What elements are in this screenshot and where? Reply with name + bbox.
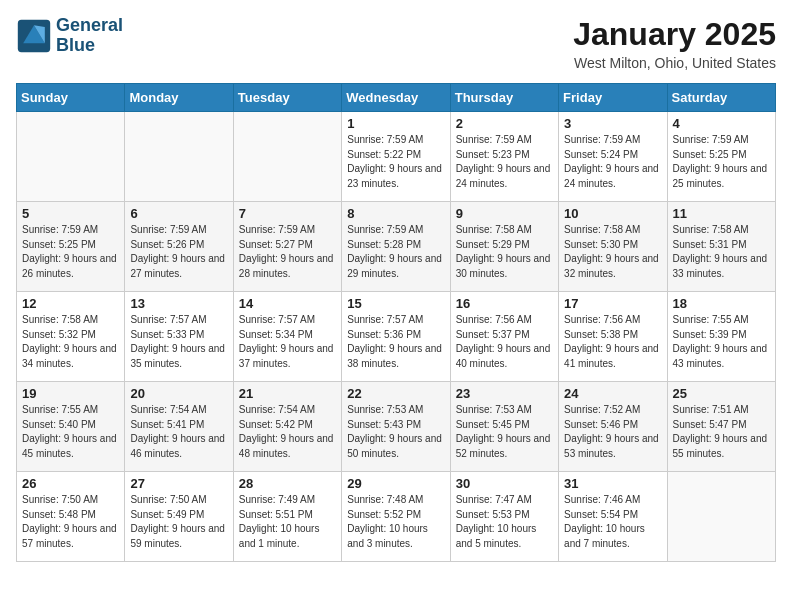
weekday-header-row: SundayMondayTuesdayWednesdayThursdayFrid… bbox=[17, 84, 776, 112]
day-number: 18 bbox=[673, 296, 770, 311]
day-number: 22 bbox=[347, 386, 444, 401]
empty-cell bbox=[667, 472, 775, 562]
day-number: 26 bbox=[22, 476, 119, 491]
day-info: Sunrise: 7:57 AMSunset: 5:36 PMDaylight:… bbox=[347, 313, 444, 371]
day-number: 20 bbox=[130, 386, 227, 401]
day-number: 5 bbox=[22, 206, 119, 221]
day-info: Sunrise: 7:56 AMSunset: 5:38 PMDaylight:… bbox=[564, 313, 661, 371]
day-cell-20: 20Sunrise: 7:54 AMSunset: 5:41 PMDayligh… bbox=[125, 382, 233, 472]
day-cell-28: 28Sunrise: 7:49 AMSunset: 5:51 PMDayligh… bbox=[233, 472, 341, 562]
day-number: 9 bbox=[456, 206, 553, 221]
day-number: 30 bbox=[456, 476, 553, 491]
day-info: Sunrise: 7:59 AMSunset: 5:24 PMDaylight:… bbox=[564, 133, 661, 191]
day-cell-6: 6Sunrise: 7:59 AMSunset: 5:26 PMDaylight… bbox=[125, 202, 233, 292]
day-info: Sunrise: 7:59 AMSunset: 5:25 PMDaylight:… bbox=[22, 223, 119, 281]
week-row-3: 12Sunrise: 7:58 AMSunset: 5:32 PMDayligh… bbox=[17, 292, 776, 382]
week-row-2: 5Sunrise: 7:59 AMSunset: 5:25 PMDaylight… bbox=[17, 202, 776, 292]
day-number: 3 bbox=[564, 116, 661, 131]
weekday-header-friday: Friday bbox=[559, 84, 667, 112]
weekday-header-wednesday: Wednesday bbox=[342, 84, 450, 112]
empty-cell bbox=[233, 112, 341, 202]
day-info: Sunrise: 7:47 AMSunset: 5:53 PMDaylight:… bbox=[456, 493, 553, 551]
day-cell-17: 17Sunrise: 7:56 AMSunset: 5:38 PMDayligh… bbox=[559, 292, 667, 382]
title-block: January 2025 West Milton, Ohio, United S… bbox=[573, 16, 776, 71]
day-info: Sunrise: 7:58 AMSunset: 5:29 PMDaylight:… bbox=[456, 223, 553, 281]
calendar-table: SundayMondayTuesdayWednesdayThursdayFrid… bbox=[16, 83, 776, 562]
day-cell-23: 23Sunrise: 7:53 AMSunset: 5:45 PMDayligh… bbox=[450, 382, 558, 472]
day-number: 2 bbox=[456, 116, 553, 131]
day-info: Sunrise: 7:55 AMSunset: 5:39 PMDaylight:… bbox=[673, 313, 770, 371]
day-cell-10: 10Sunrise: 7:58 AMSunset: 5:30 PMDayligh… bbox=[559, 202, 667, 292]
day-cell-11: 11Sunrise: 7:58 AMSunset: 5:31 PMDayligh… bbox=[667, 202, 775, 292]
day-cell-18: 18Sunrise: 7:55 AMSunset: 5:39 PMDayligh… bbox=[667, 292, 775, 382]
day-number: 31 bbox=[564, 476, 661, 491]
day-cell-13: 13Sunrise: 7:57 AMSunset: 5:33 PMDayligh… bbox=[125, 292, 233, 382]
day-info: Sunrise: 7:54 AMSunset: 5:41 PMDaylight:… bbox=[130, 403, 227, 461]
day-info: Sunrise: 7:48 AMSunset: 5:52 PMDaylight:… bbox=[347, 493, 444, 551]
day-number: 25 bbox=[673, 386, 770, 401]
day-number: 6 bbox=[130, 206, 227, 221]
empty-cell bbox=[17, 112, 125, 202]
day-cell-12: 12Sunrise: 7:58 AMSunset: 5:32 PMDayligh… bbox=[17, 292, 125, 382]
day-number: 8 bbox=[347, 206, 444, 221]
weekday-header-monday: Monday bbox=[125, 84, 233, 112]
day-info: Sunrise: 7:59 AMSunset: 5:23 PMDaylight:… bbox=[456, 133, 553, 191]
day-info: Sunrise: 7:46 AMSunset: 5:54 PMDaylight:… bbox=[564, 493, 661, 551]
logo-text: General Blue bbox=[56, 16, 123, 56]
day-cell-29: 29Sunrise: 7:48 AMSunset: 5:52 PMDayligh… bbox=[342, 472, 450, 562]
day-number: 28 bbox=[239, 476, 336, 491]
day-cell-9: 9Sunrise: 7:58 AMSunset: 5:29 PMDaylight… bbox=[450, 202, 558, 292]
day-number: 13 bbox=[130, 296, 227, 311]
day-info: Sunrise: 7:50 AMSunset: 5:49 PMDaylight:… bbox=[130, 493, 227, 551]
day-info: Sunrise: 7:59 AMSunset: 5:28 PMDaylight:… bbox=[347, 223, 444, 281]
page-header: General Blue January 2025 West Milton, O… bbox=[16, 16, 776, 71]
day-cell-3: 3Sunrise: 7:59 AMSunset: 5:24 PMDaylight… bbox=[559, 112, 667, 202]
day-cell-27: 27Sunrise: 7:50 AMSunset: 5:49 PMDayligh… bbox=[125, 472, 233, 562]
day-number: 1 bbox=[347, 116, 444, 131]
day-number: 12 bbox=[22, 296, 119, 311]
day-number: 27 bbox=[130, 476, 227, 491]
day-cell-5: 5Sunrise: 7:59 AMSunset: 5:25 PMDaylight… bbox=[17, 202, 125, 292]
empty-cell bbox=[125, 112, 233, 202]
week-row-4: 19Sunrise: 7:55 AMSunset: 5:40 PMDayligh… bbox=[17, 382, 776, 472]
day-number: 24 bbox=[564, 386, 661, 401]
day-cell-2: 2Sunrise: 7:59 AMSunset: 5:23 PMDaylight… bbox=[450, 112, 558, 202]
weekday-header-sunday: Sunday bbox=[17, 84, 125, 112]
location: West Milton, Ohio, United States bbox=[573, 55, 776, 71]
day-cell-21: 21Sunrise: 7:54 AMSunset: 5:42 PMDayligh… bbox=[233, 382, 341, 472]
day-number: 29 bbox=[347, 476, 444, 491]
day-cell-24: 24Sunrise: 7:52 AMSunset: 5:46 PMDayligh… bbox=[559, 382, 667, 472]
day-cell-19: 19Sunrise: 7:55 AMSunset: 5:40 PMDayligh… bbox=[17, 382, 125, 472]
day-number: 10 bbox=[564, 206, 661, 221]
day-cell-30: 30Sunrise: 7:47 AMSunset: 5:53 PMDayligh… bbox=[450, 472, 558, 562]
day-number: 21 bbox=[239, 386, 336, 401]
day-number: 14 bbox=[239, 296, 336, 311]
day-number: 15 bbox=[347, 296, 444, 311]
day-info: Sunrise: 7:49 AMSunset: 5:51 PMDaylight:… bbox=[239, 493, 336, 551]
day-number: 16 bbox=[456, 296, 553, 311]
day-number: 7 bbox=[239, 206, 336, 221]
day-number: 11 bbox=[673, 206, 770, 221]
week-row-1: 1Sunrise: 7:59 AMSunset: 5:22 PMDaylight… bbox=[17, 112, 776, 202]
day-info: Sunrise: 7:53 AMSunset: 5:43 PMDaylight:… bbox=[347, 403, 444, 461]
weekday-header-thursday: Thursday bbox=[450, 84, 558, 112]
day-info: Sunrise: 7:58 AMSunset: 5:31 PMDaylight:… bbox=[673, 223, 770, 281]
day-number: 4 bbox=[673, 116, 770, 131]
day-info: Sunrise: 7:53 AMSunset: 5:45 PMDaylight:… bbox=[456, 403, 553, 461]
day-info: Sunrise: 7:58 AMSunset: 5:32 PMDaylight:… bbox=[22, 313, 119, 371]
weekday-header-tuesday: Tuesday bbox=[233, 84, 341, 112]
day-cell-26: 26Sunrise: 7:50 AMSunset: 5:48 PMDayligh… bbox=[17, 472, 125, 562]
week-row-5: 26Sunrise: 7:50 AMSunset: 5:48 PMDayligh… bbox=[17, 472, 776, 562]
day-info: Sunrise: 7:59 AMSunset: 5:27 PMDaylight:… bbox=[239, 223, 336, 281]
day-info: Sunrise: 7:54 AMSunset: 5:42 PMDaylight:… bbox=[239, 403, 336, 461]
day-cell-14: 14Sunrise: 7:57 AMSunset: 5:34 PMDayligh… bbox=[233, 292, 341, 382]
day-cell-8: 8Sunrise: 7:59 AMSunset: 5:28 PMDaylight… bbox=[342, 202, 450, 292]
day-info: Sunrise: 7:50 AMSunset: 5:48 PMDaylight:… bbox=[22, 493, 119, 551]
logo: General Blue bbox=[16, 16, 123, 56]
day-cell-22: 22Sunrise: 7:53 AMSunset: 5:43 PMDayligh… bbox=[342, 382, 450, 472]
logo-icon bbox=[16, 18, 52, 54]
day-info: Sunrise: 7:51 AMSunset: 5:47 PMDaylight:… bbox=[673, 403, 770, 461]
day-number: 19 bbox=[22, 386, 119, 401]
day-cell-15: 15Sunrise: 7:57 AMSunset: 5:36 PMDayligh… bbox=[342, 292, 450, 382]
day-info: Sunrise: 7:56 AMSunset: 5:37 PMDaylight:… bbox=[456, 313, 553, 371]
